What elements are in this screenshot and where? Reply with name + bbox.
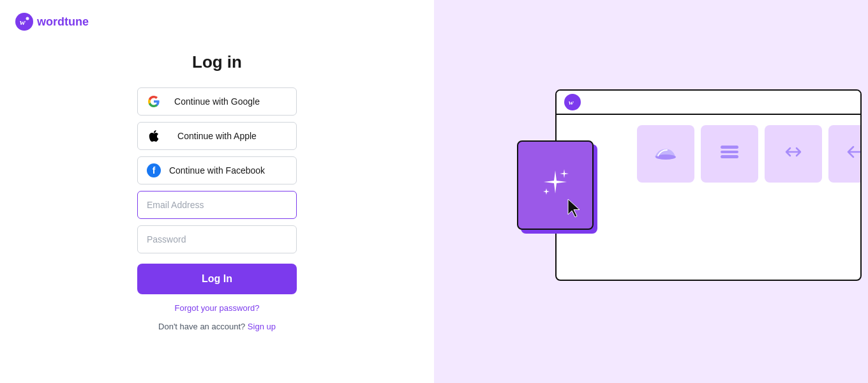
- arrows-inward-icon: [781, 140, 805, 169]
- password-input[interactable]: [137, 225, 297, 253]
- email-input[interactable]: [137, 191, 297, 219]
- google-icon: [147, 94, 161, 109]
- browser-bar: w: [557, 91, 860, 115]
- page-title: Log in: [192, 52, 242, 72]
- svg-rect-6: [721, 155, 738, 158]
- svg-rect-4: [721, 146, 738, 149]
- card-arrows1: [765, 125, 822, 183]
- apple-login-button[interactable]: Continue with Apple: [137, 122, 297, 150]
- signup-prompt: Don't have an account? Sign up: [158, 322, 276, 331]
- svg-rect-5: [721, 151, 738, 153]
- card-burger: [701, 125, 758, 183]
- google-login-button[interactable]: Continue with Google: [137, 87, 297, 116]
- right-panel: w: [434, 0, 868, 383]
- forgot-password-link[interactable]: Forgot your password?: [175, 303, 260, 313]
- browser-logo-icon: w: [564, 94, 581, 110]
- illustration: w: [504, 57, 862, 326]
- logo[interactable]: w wordtune: [15, 13, 89, 31]
- logo-icon: w: [15, 13, 33, 31]
- cursor-icon: [565, 198, 583, 221]
- login-button[interactable]: Log In: [137, 264, 297, 294]
- logo-text: wordtune: [37, 15, 89, 29]
- svg-point-1: [26, 17, 29, 20]
- signup-link[interactable]: Sign up: [248, 322, 276, 331]
- card-arrows2: [828, 125, 862, 183]
- arrows-outward-icon: [845, 140, 862, 169]
- left-panel: w wordtune Log in Continue with Google: [0, 0, 434, 383]
- card-shoe: [637, 125, 694, 183]
- facebook-btn-label: Continue with Facebook: [147, 165, 287, 176]
- shoe-icon: [652, 138, 680, 170]
- facebook-login-button[interactable]: f Continue with Facebook: [137, 156, 297, 184]
- login-container: Log in Continue with Google Continue wit…: [134, 52, 300, 331]
- browser-mockup: w: [555, 89, 862, 281]
- svg-text:w: w: [569, 98, 574, 106]
- svg-text:w: w: [20, 17, 26, 27]
- google-btn-label: Continue with Google: [147, 96, 287, 107]
- burger-icon: [715, 138, 744, 170]
- floating-sparkle-card: [517, 140, 594, 230]
- browser-content: [557, 115, 860, 193]
- apple-icon: [147, 129, 161, 143]
- apple-btn-label: Continue with Apple: [147, 131, 287, 141]
- facebook-icon: f: [147, 163, 161, 177]
